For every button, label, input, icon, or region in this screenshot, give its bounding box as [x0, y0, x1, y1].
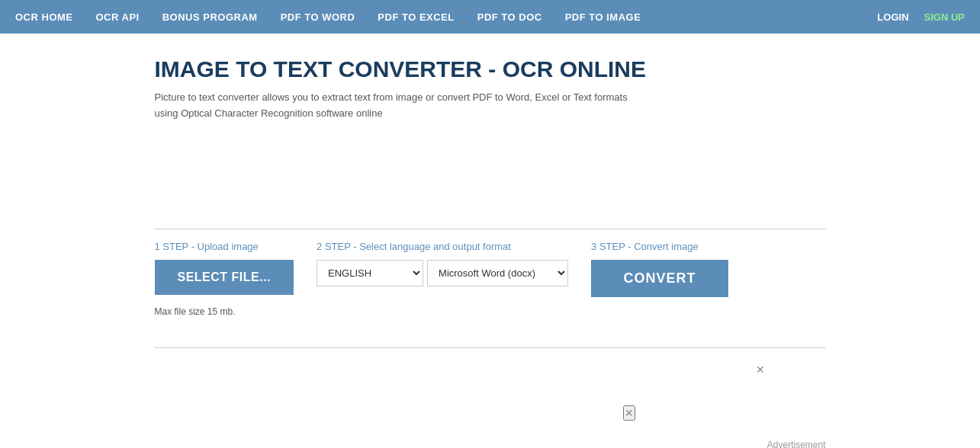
navigation: OCR HOME OCR API BONUS PROGRAM PDF TO WO…: [0, 0, 980, 34]
step2-label: 2 STEP - Select language and output form…: [316, 241, 568, 252]
nav-ocr-home[interactable]: OCR HOME: [15, 11, 73, 23]
page-description: Picture to text converter allows you to …: [155, 90, 826, 122]
ad-close-inner-button[interactable]: ✕: [623, 405, 635, 421]
main-content: IMAGE TO TEXT CONVERTER - OCR ONLINE Pic…: [140, 34, 841, 448]
step3-label: 3 STEP - Convert image: [591, 241, 728, 252]
bottom-section: ✕ ✕ Advertisement: [155, 347, 826, 448]
format-select[interactable]: Microsoft Word (docx) PDF Plain Text (tx…: [427, 260, 568, 286]
page-title: IMAGE TO TEXT CONVERTER - OCR ONLINE: [155, 56, 826, 82]
nav-auth: LOGIN SIGN UP: [877, 11, 965, 23]
nav-pdf-to-excel[interactable]: PDF TO EXCEL: [378, 11, 454, 23]
nav-bonus-program[interactable]: BONUS PROGRAM: [162, 11, 258, 23]
nav-links: OCR HOME OCR API BONUS PROGRAM PDF TO WO…: [15, 11, 641, 23]
step1-label: 1 STEP - Upload image: [155, 241, 294, 252]
nav-ocr-api[interactable]: OCR API: [96, 11, 140, 23]
nav-pdf-to-doc[interactable]: PDF TO DOC: [477, 11, 542, 23]
select-file-button[interactable]: SELECT FILE...: [155, 260, 294, 295]
top-ad-area: [155, 137, 826, 221]
steps-section: 1 STEP - Upload image SELECT FILE... Max…: [155, 229, 826, 332]
max-file-note: Max file size 15 mb.: [155, 306, 294, 317]
step1-block: 1 STEP - Upload image SELECT FILE... Max…: [155, 241, 294, 317]
signup-link[interactable]: SIGN UP: [924, 11, 965, 23]
step2-selects: ENGLISH FRENCH GERMAN SPANISH Microsoft …: [316, 260, 568, 286]
convert-button[interactable]: CONVERT: [591, 260, 728, 297]
nav-pdf-to-image[interactable]: PDF TO IMAGE: [565, 11, 641, 23]
advertisement-label: Advertisement: [155, 440, 826, 448]
bottom-ad-area: [155, 360, 826, 436]
nav-pdf-to-word[interactable]: PDF TO WORD: [281, 11, 355, 23]
login-link[interactable]: LOGIN: [877, 11, 908, 23]
step3-block: 3 STEP - Convert image CONVERT: [591, 241, 728, 297]
step2-block: 2 STEP - Select language and output form…: [316, 241, 568, 286]
ad-close-top-button[interactable]: ✕: [756, 363, 765, 376]
steps-row: 1 STEP - Upload image SELECT FILE... Max…: [155, 241, 826, 332]
language-select[interactable]: ENGLISH FRENCH GERMAN SPANISH: [316, 260, 423, 286]
